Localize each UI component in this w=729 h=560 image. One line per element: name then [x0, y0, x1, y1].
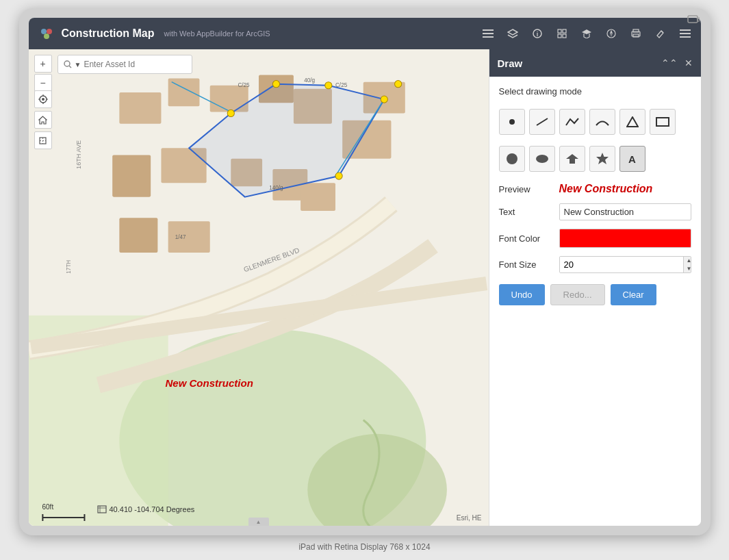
zoom-out-button[interactable]: − [34, 74, 52, 92]
list-icon[interactable] [481, 26, 496, 41]
font-size-down-button[interactable]: ▼ [684, 265, 691, 273]
svg-rect-21 [633, 29, 639, 32]
map-attribution: Esri, HE [457, 514, 482, 522]
text-input[interactable] [559, 203, 691, 220]
svg-rect-43 [119, 218, 157, 253]
svg-rect-1 [698, 18, 700, 21]
map-side-controls [34, 90, 52, 149]
search-input[interactable] [84, 60, 186, 69]
svg-point-5 [44, 34, 49, 39]
grid-icon[interactable] [554, 26, 570, 41]
line-mode-button[interactable] [529, 109, 555, 135]
svg-point-51 [381, 96, 387, 103]
coordinates-text: 40.410 -104.704 Degrees [110, 505, 195, 513]
toolbar-logo: Construction Map with Web AppBuilder for… [37, 24, 270, 43]
zoom-in-button[interactable]: + [34, 55, 52, 73]
app-subtitle: with Web AppBuilder for ArcGIS [164, 29, 270, 38]
font-size-input[interactable] [560, 257, 683, 272]
device-notch [686, 12, 700, 26]
layers-icon[interactable] [505, 26, 520, 41]
collapse-icon[interactable]: ⌃⌃ [661, 58, 678, 68]
map-svg: 16TH AVE 17TH GLENMERE BLVD C/25 40/g C/… [29, 49, 489, 526]
triangle-mode-button[interactable] [619, 109, 645, 135]
coordinates-icon [97, 505, 107, 513]
svg-line-81 [537, 118, 548, 125]
font-size-spinners: ▲ ▼ [683, 257, 691, 272]
svg-rect-32 [119, 92, 161, 124]
svg-rect-83 [656, 118, 669, 126]
svg-point-53 [394, 81, 401, 88]
svg-marker-16 [582, 29, 591, 34]
app-title: Construction Map [62, 27, 155, 40]
svg-marker-71 [39, 116, 47, 124]
map-controls: + − [34, 55, 52, 92]
curve-mode-button[interactable] [589, 109, 615, 135]
toolbar: Construction Map with Web AppBuilder for… [29, 18, 701, 49]
locate-me-button[interactable] [34, 90, 52, 108]
search-type-dropdown[interactable]: ▼ [75, 61, 81, 68]
svg-point-66 [42, 98, 44, 101]
svg-marker-86 [566, 154, 578, 164]
svg-point-4 [47, 29, 52, 34]
draw-panel: Draw ⌃⌃ ✕ Select drawing mode [489, 49, 701, 526]
print-icon[interactable] [628, 26, 643, 41]
map-annotation: New Construction [166, 377, 253, 389]
arrow-mode-button[interactable] [559, 146, 585, 172]
compass-icon[interactable] [604, 26, 619, 41]
home-button[interactable] [34, 111, 52, 129]
svg-text:C/25: C/25 [335, 82, 348, 88]
draw-panel-body: Select drawing mode [489, 77, 701, 315]
svg-text:140/g: 140/g [269, 185, 283, 191]
rectangle-mode-button[interactable] [650, 109, 676, 135]
map-area[interactable]: 16TH AVE 17TH GLENMERE BLVD C/25 40/g C/… [29, 49, 489, 526]
svg-point-75 [64, 61, 70, 66]
svg-point-80 [509, 119, 515, 125]
redo-button[interactable]: Redo... [550, 284, 605, 305]
svg-point-84 [507, 153, 517, 164]
clear-button[interactable]: Clear [611, 284, 656, 305]
svg-point-3 [41, 29, 47, 34]
app-container: Construction Map with Web AppBuilder for… [29, 18, 701, 526]
font-size-control: ▲ ▼ [559, 256, 691, 273]
scholar-icon[interactable] [579, 26, 594, 41]
coordinates-display: 40.410 -104.704 Degrees [97, 505, 195, 513]
search-icon [64, 60, 72, 68]
svg-point-50 [335, 173, 342, 179]
svg-line-23 [661, 31, 663, 33]
svg-text:i: i [536, 31, 538, 38]
main-area: 16TH AVE 17TH GLENMERE BLVD C/25 40/g C/… [29, 49, 701, 526]
extent-button[interactable] [34, 131, 52, 149]
edit-icon[interactable] [653, 26, 668, 41]
ellipse-mode-button[interactable] [529, 146, 555, 172]
action-buttons-row: Undo Redo... Clear [499, 284, 691, 305]
svg-marker-82 [627, 117, 638, 127]
text-row: Text [499, 203, 691, 220]
device-frame: Construction Map with Web AppBuilder for… [19, 8, 711, 535]
svg-text:17TH: 17TH [66, 260, 72, 274]
toolbar-icons: i [481, 26, 693, 41]
star-mode-button[interactable] [589, 146, 615, 172]
draw-panel-title: Draw [498, 58, 523, 69]
svg-text:16TH AVE: 16TH AVE [75, 140, 82, 169]
scroll-handle[interactable]: ▲ [248, 518, 269, 526]
draw-panel-header-icons: ⌃⌃ ✕ [661, 58, 693, 68]
device-label: iPad with Retina Display 768 x 1024 [298, 542, 430, 552]
svg-point-49 [227, 110, 234, 116]
hamburger-menu-icon[interactable] [678, 26, 693, 41]
search-bar: ▼ [57, 55, 193, 74]
svg-rect-44 [168, 221, 209, 253]
font-color-swatch[interactable] [559, 229, 691, 248]
filled-circle-mode-button[interactable] [499, 146, 525, 172]
undo-button[interactable]: Undo [499, 284, 545, 305]
point-mode-button[interactable] [499, 109, 525, 135]
close-icon[interactable]: ✕ [685, 58, 693, 68]
svg-rect-12 [558, 29, 561, 33]
svg-rect-39 [112, 155, 151, 197]
svg-text:40/g: 40/g [304, 77, 315, 84]
text-mode-button[interactable]: A [619, 146, 645, 172]
font-size-up-button[interactable]: ▲ [684, 257, 691, 265]
polyline-mode-button[interactable] [559, 109, 585, 135]
svg-rect-77 [98, 506, 106, 513]
info-icon[interactable]: i [530, 26, 545, 41]
section-label: Select drawing mode [499, 86, 691, 97]
